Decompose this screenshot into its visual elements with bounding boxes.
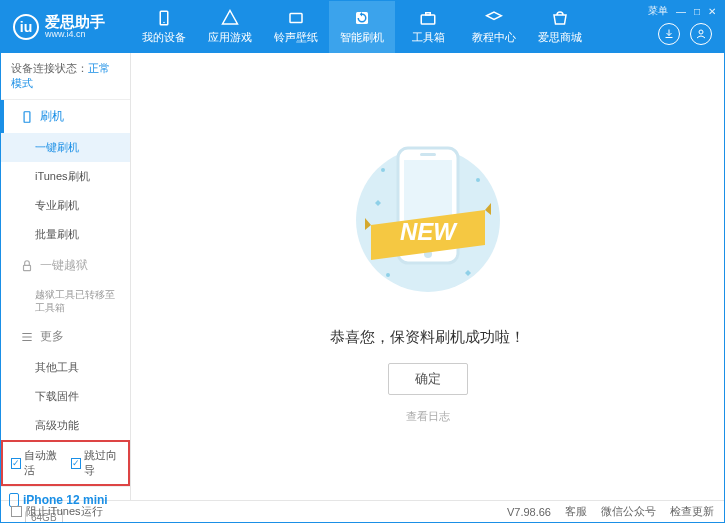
section-more[interactable]: 更多 <box>1 320 130 353</box>
svg-point-6 <box>699 30 703 34</box>
nav-label: 工具箱 <box>412 30 445 45</box>
options-highlighted: ✓自动激活 ✓跳过向导 <box>1 440 130 486</box>
nav-label: 铃声壁纸 <box>274 30 318 45</box>
svg-point-14 <box>381 168 385 172</box>
status-label: 设备连接状态： <box>11 62 88 74</box>
media-icon <box>287 9 305 27</box>
svg-point-16 <box>386 273 390 277</box>
check-icon: ✓ <box>71 458 81 469</box>
footer-support[interactable]: 客服 <box>565 504 587 519</box>
nav-label: 我的设备 <box>142 30 186 45</box>
main-nav: 我的设备 应用游戏 铃声壁纸 智能刷机 工具箱 教程中心 爱思商城 <box>131 1 593 53</box>
app-subtitle: www.i4.cn <box>45 30 105 40</box>
user-button[interactable] <box>690 23 712 45</box>
section-label: 一键越狱 <box>40 257 88 274</box>
nav-label: 教程中心 <box>472 30 516 45</box>
nav-toolbox[interactable]: 工具箱 <box>395 1 461 53</box>
sidebar: 设备连接状态：正常模式 刷机 一键刷机 iTunes刷机 专业刷机 批量刷机 一… <box>1 53 131 500</box>
sidebar-item-pro-flash[interactable]: 专业刷机 <box>1 191 130 220</box>
lock-icon <box>20 259 34 273</box>
nav-store[interactable]: 爱思商城 <box>527 1 593 53</box>
ok-button[interactable]: 确定 <box>388 363 468 395</box>
nav-my-device[interactable]: 我的设备 <box>131 1 197 53</box>
svg-point-15 <box>476 178 480 182</box>
nav-ringtones[interactable]: 铃声壁纸 <box>263 1 329 53</box>
checkbox-block-itunes[interactable]: 阻止iTunes运行 <box>11 504 103 519</box>
sidebar-item-other-tools[interactable]: 其他工具 <box>1 353 130 382</box>
checkbox-auto-activate[interactable]: ✓自动激活 <box>11 448 61 478</box>
sidebar-item-advanced[interactable]: 高级功能 <box>1 411 130 440</box>
app-title: 爱思助手 <box>45 14 105 31</box>
cb-label: 阻止iTunes运行 <box>26 504 103 519</box>
connection-status: 设备连接状态：正常模式 <box>1 53 130 100</box>
apps-icon <box>221 9 239 27</box>
view-log-link[interactable]: 查看日志 <box>406 409 450 424</box>
version-text: V7.98.66 <box>507 506 551 518</box>
jailbreak-note: 越狱工具已转移至工具箱 <box>1 282 130 320</box>
header-actions <box>658 23 712 45</box>
nav-tutorials[interactable]: 教程中心 <box>461 1 527 53</box>
cb-label: 自动激活 <box>24 448 61 478</box>
svg-rect-2 <box>290 14 302 23</box>
nav-label: 爱思商城 <box>538 30 582 45</box>
maximize-icon[interactable]: □ <box>694 6 700 17</box>
svg-rect-8 <box>24 265 31 270</box>
success-message: 恭喜您，保资料刷机成功啦！ <box>330 328 525 347</box>
app-header: iu 爱思助手 www.i4.cn 我的设备 应用游戏 铃声壁纸 智能刷机 工具… <box>1 1 724 53</box>
education-icon <box>485 9 503 27</box>
logo-area: iu 爱思助手 www.i4.cn <box>1 14 131 40</box>
device-icon <box>155 9 173 27</box>
section-flash[interactable]: 刷机 <box>1 100 130 133</box>
cb-label: 跳过向导 <box>84 448 121 478</box>
nav-label: 应用游戏 <box>208 30 252 45</box>
svg-rect-7 <box>24 111 30 122</box>
svg-rect-4 <box>421 15 435 24</box>
toolbox-icon <box>419 9 437 27</box>
new-badge-text: NEW <box>400 218 458 245</box>
section-jailbreak: 一键越狱 <box>1 249 130 282</box>
store-icon <box>551 9 569 27</box>
refresh-icon <box>353 9 371 27</box>
svg-rect-5 <box>426 13 431 15</box>
list-icon <box>20 330 34 344</box>
app-logo-icon: iu <box>13 14 39 40</box>
footer-check-update[interactable]: 检查更新 <box>670 504 714 519</box>
close-icon[interactable]: ✕ <box>708 6 716 17</box>
nav-label: 智能刷机 <box>340 30 384 45</box>
sidebar-item-itunes-flash[interactable]: iTunes刷机 <box>1 162 130 191</box>
section-label: 刷机 <box>40 108 64 125</box>
download-button[interactable] <box>658 23 680 45</box>
sidebar-item-batch-flash[interactable]: 批量刷机 <box>1 220 130 249</box>
menu-button[interactable]: 菜单 <box>648 4 668 18</box>
success-illustration: NEW <box>353 130 503 310</box>
checkbox-icon <box>11 506 22 517</box>
nav-apps[interactable]: 应用游戏 <box>197 1 263 53</box>
footer-wechat[interactable]: 微信公众号 <box>601 504 656 519</box>
minimize-icon[interactable]: — <box>676 6 686 17</box>
check-icon: ✓ <box>11 458 21 469</box>
section-label: 更多 <box>40 328 64 345</box>
phone-icon <box>20 110 34 124</box>
sidebar-item-download-firmware[interactable]: 下载固件 <box>1 382 130 411</box>
window-controls: 菜单 — □ ✕ <box>648 4 716 18</box>
nav-flash[interactable]: 智能刷机 <box>329 1 395 53</box>
main-content: NEW 恭喜您，保资料刷机成功啦！ 确定 查看日志 <box>131 53 724 500</box>
checkbox-skip-guide[interactable]: ✓跳过向导 <box>71 448 121 478</box>
svg-rect-13 <box>420 153 436 156</box>
sidebar-item-oneclick-flash[interactable]: 一键刷机 <box>1 133 130 162</box>
svg-point-1 <box>163 22 165 24</box>
